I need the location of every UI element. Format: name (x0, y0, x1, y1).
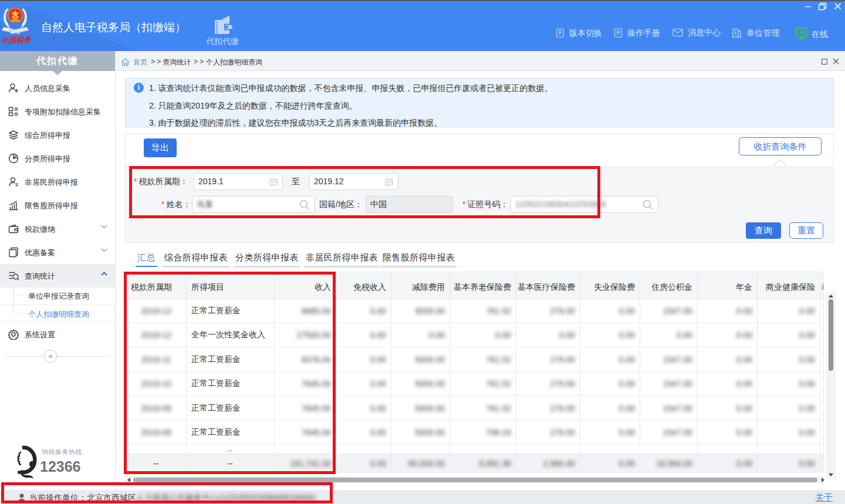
svg-text:中国税务: 中国税务 (1, 35, 33, 45)
